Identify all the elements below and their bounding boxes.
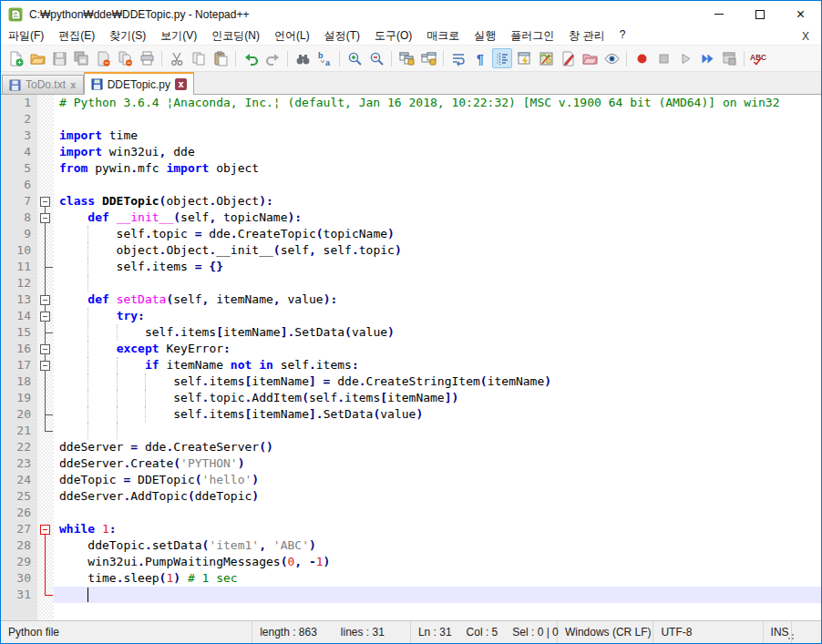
monitoring-icon[interactable] xyxy=(601,48,622,68)
save-icon[interactable] xyxy=(49,48,69,68)
tab-ddetopic-py[interactable]: DDETopic.py x xyxy=(84,72,194,95)
code-line[interactable]: 19 self.topic.AddItem(self.items[itemNam… xyxy=(1,390,821,406)
code-line[interactable]: 30 time.sleep(1) # 1 sec xyxy=(1,570,821,587)
fold-marker[interactable] xyxy=(37,308,54,324)
macro-record-icon[interactable] xyxy=(632,48,652,68)
code-line[interactable]: 14 try: xyxy=(1,308,821,324)
code-line[interactable]: 27while 1: xyxy=(1,521,821,537)
status-encoding[interactable]: UTF-8 xyxy=(653,621,763,643)
menu-item-12[interactable]: ? xyxy=(612,28,633,44)
code-line[interactable]: 9 self.topic = dde.CreateTopic(topicName… xyxy=(1,226,821,242)
code-line[interactable]: 21 xyxy=(1,423,821,439)
status-eol-format[interactable]: Windows (CR LF) xyxy=(558,621,654,643)
code-line-content[interactable] xyxy=(54,587,821,603)
code-line-content[interactable] xyxy=(54,423,821,439)
code-area[interactable]: 1# Python 3.6.4 ¦Anaconda, Inc.¦ (defaul… xyxy=(1,95,821,603)
code-line-content[interactable]: from pywin.mfc import object xyxy=(54,160,821,177)
maximize-button[interactable] xyxy=(739,1,780,27)
menu-item-11[interactable]: 창 관리 xyxy=(561,28,611,44)
menu-item-3[interactable]: 보기(V) xyxy=(153,28,204,44)
menu-item-10[interactable]: 플러그인 xyxy=(503,28,561,44)
code-line-content[interactable]: object.Object.__init__(self, self.topic) xyxy=(54,242,821,259)
code-line-content[interactable]: self.items[itemName].SetData(value) xyxy=(54,406,821,423)
zoom-out-icon[interactable] xyxy=(366,48,386,68)
menu-item-4[interactable]: 인코딩(N) xyxy=(204,28,267,44)
show-all-characters-icon[interactable]: ¶ xyxy=(470,48,490,68)
code-line-content[interactable]: time.sleep(1) # 1 sec xyxy=(54,570,821,587)
code-line-content[interactable]: self.items = {} xyxy=(54,259,821,275)
code-line-content[interactable] xyxy=(54,275,821,291)
code-line-content[interactable] xyxy=(54,177,821,193)
menu-item-1[interactable]: 편집(E) xyxy=(51,28,102,44)
code-line-content[interactable]: self.topic.AddItem(self.items[itemName]) xyxy=(54,390,821,406)
code-line[interactable]: 15 self.items[itemName].SetData(value) xyxy=(1,324,821,341)
cut-icon[interactable] xyxy=(167,48,187,68)
fold-marker[interactable] xyxy=(37,357,54,373)
macro-stop-icon[interactable] xyxy=(653,48,673,68)
code-line-content[interactable]: def __init__(self, topicName): xyxy=(54,210,821,226)
code-line[interactable]: 6 xyxy=(1,177,821,193)
code-line-content[interactable]: class DDETopic(object.Object): xyxy=(54,193,821,210)
code-line[interactable]: 13 def setData(self, itemName, value): xyxy=(1,291,821,308)
code-line-content[interactable]: import win32ui, dde xyxy=(54,144,821,160)
code-line-content[interactable] xyxy=(54,111,821,128)
close-button[interactable]: × xyxy=(780,1,821,27)
code-line[interactable]: 22ddeServer = dde.CreateServer() xyxy=(1,439,821,455)
code-line-content[interactable]: ddeServer.Create('PYTHON') xyxy=(54,455,821,472)
minimize-button[interactable] xyxy=(698,1,739,27)
code-line[interactable]: 10 object.Object.__init__(self, self.top… xyxy=(1,242,821,259)
find-icon[interactable] xyxy=(293,48,313,68)
code-line-content[interactable]: ddeServer.AddTopic(ddeTopic) xyxy=(54,488,821,505)
code-line[interactable]: 3import time xyxy=(1,128,821,144)
code-line[interactable]: 5from pywin.mfc import object xyxy=(1,160,821,177)
menu-item-5[interactable]: 언어(L) xyxy=(267,28,317,44)
macro-run-multiple-icon[interactable] xyxy=(697,48,717,68)
copy-icon[interactable] xyxy=(189,48,209,68)
code-line[interactable]: 8 def __init__(self, topicName): xyxy=(1,210,821,226)
code-line-content[interactable]: self.items[itemName].SetData(value) xyxy=(54,324,821,341)
tab-todo-txt[interactable]: ToDo.txt x xyxy=(2,75,84,94)
code-line-content[interactable]: self.topic = dde.CreateTopic(topicName) xyxy=(54,226,821,242)
open-folder-icon[interactable] xyxy=(27,48,47,68)
code-line[interactable]: 25ddeServer.AddTopic(ddeTopic) xyxy=(1,488,821,505)
code-line[interactable]: 17 if itemName not in self.items: xyxy=(1,357,821,373)
code-line-content[interactable]: # Python 3.6.4 ¦Anaconda, Inc.¦ (default… xyxy=(54,95,821,111)
fold-marker[interactable] xyxy=(37,210,54,226)
indent-guide-icon[interactable] xyxy=(492,48,512,68)
sync-vertical-scroll-icon[interactable] xyxy=(396,48,416,68)
code-line[interactable]: 11 self.items = {} xyxy=(1,259,821,275)
word-wrap-icon[interactable] xyxy=(448,48,468,68)
code-line-content[interactable]: try: xyxy=(54,308,821,324)
code-line-content[interactable] xyxy=(54,505,821,521)
menu-item-2[interactable]: 찾기(S) xyxy=(102,28,153,44)
document-switcher-icon[interactable] xyxy=(558,48,578,68)
macro-play-icon[interactable] xyxy=(675,48,695,68)
save-all-icon[interactable] xyxy=(71,48,91,68)
redo-icon[interactable] xyxy=(262,48,283,68)
undo-icon[interactable] xyxy=(241,48,261,68)
menu-item-6[interactable]: 설정(T) xyxy=(317,28,367,44)
tab-close-icon[interactable]: x xyxy=(175,78,187,90)
macro-save-icon[interactable] xyxy=(719,48,739,68)
sync-horizontal-scroll-icon[interactable] xyxy=(418,48,438,68)
fold-marker[interactable] xyxy=(37,521,54,537)
code-line[interactable]: 16 except KeyError: xyxy=(1,341,821,357)
code-line[interactable]: 23ddeServer.Create('PYTHON') xyxy=(1,455,821,472)
menu-item-8[interactable]: 매크로 xyxy=(419,28,467,44)
close-file-icon[interactable] xyxy=(93,48,113,68)
code-line-content[interactable]: def setData(self, itemName, value): xyxy=(54,291,821,308)
document-map-icon[interactable] xyxy=(536,48,556,68)
fold-marker[interactable] xyxy=(37,341,54,357)
code-line[interactable]: 31 xyxy=(1,587,821,603)
menu-item-9[interactable]: 실행 xyxy=(467,28,503,44)
code-line-content[interactable]: ddeTopic.setData('item1', 'ABC') xyxy=(54,537,821,554)
close-all-icon[interactable] xyxy=(115,48,135,68)
new-file-icon[interactable] xyxy=(5,48,26,68)
tab-close-icon[interactable]: x xyxy=(70,80,77,90)
fold-marker[interactable] xyxy=(37,193,54,210)
fold-marker[interactable] xyxy=(37,291,54,308)
code-line-content[interactable]: except KeyError: xyxy=(54,341,821,357)
menu-item-0[interactable]: 파일(F) xyxy=(1,28,51,44)
code-line-content[interactable]: if itemName not in self.items: xyxy=(54,357,821,373)
paste-icon[interactable] xyxy=(211,48,231,68)
